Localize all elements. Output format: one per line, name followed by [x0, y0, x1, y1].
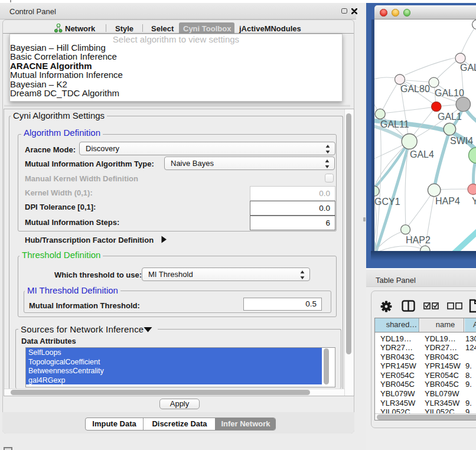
svg-text:GAL1: GAL1	[438, 112, 462, 122]
svg-text:HAP2: HAP2	[406, 235, 431, 245]
svg-text:GCY1: GCY1	[374, 197, 400, 207]
svg-text:GAL10: GAL10	[435, 88, 464, 98]
svg-text:GAL11: GAL11	[380, 119, 409, 129]
svg-text:SWI4: SWI4	[450, 136, 473, 146]
svg-text:HAP4: HAP4	[435, 196, 460, 206]
svg-text:GAL7: GAL7	[460, 63, 476, 73]
svg-text:YJ: YJ	[472, 196, 476, 206]
svg-text:GAL80: GAL80	[400, 84, 430, 94]
svg-text:GAL4: GAL4	[410, 149, 434, 159]
